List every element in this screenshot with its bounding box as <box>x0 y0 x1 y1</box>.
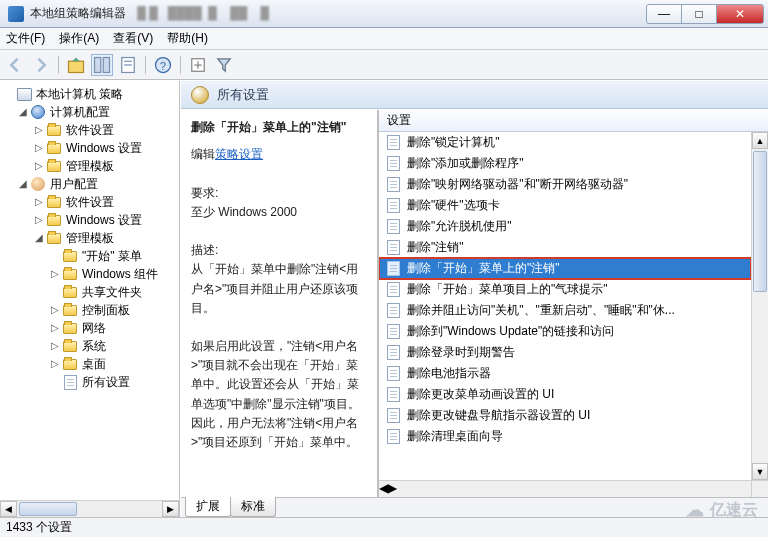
tree-hscrollbar[interactable]: ◀ ▶ <box>0 500 179 517</box>
list-item[interactable]: 删除「开始」菜单项目上的"气球提示" <box>379 279 751 300</box>
minimize-button[interactable]: — <box>646 4 682 24</box>
expand-icon[interactable]: ▷ <box>32 193 46 211</box>
collapse-icon[interactable]: ◢ <box>16 175 30 193</box>
expand-icon[interactable]: ▷ <box>32 139 46 157</box>
tree-item[interactable]: ▷管理模板 <box>0 157 179 175</box>
policy-icon <box>385 240 401 256</box>
list-item-label: 删除「开始」菜单上的"注销" <box>407 260 560 277</box>
list-item[interactable]: 删除登录时到期警告 <box>379 342 751 363</box>
scroll-left-icon[interactable]: ◀ <box>0 501 17 517</box>
tree-item[interactable]: ◢管理模板 <box>0 229 179 247</box>
tree-panel: 本地计算机 策略 ◢计算机配置 ▷软件设置 ▷Windows 设置 ▷管理模板 … <box>0 81 180 517</box>
list-item[interactable]: 删除"映射网络驱动器"和"断开网络驱动器" <box>379 174 751 195</box>
menu-help[interactable]: 帮助(H) <box>167 30 208 47</box>
policy-icon <box>385 135 401 151</box>
tree-item[interactable]: ▷桌面 <box>0 355 179 373</box>
list-item-label: 删除"注销" <box>407 239 464 256</box>
list-item-label: 删除"硬件"选项卡 <box>407 197 500 214</box>
desc-label: 描述: <box>191 241 367 260</box>
list-vscrollbar[interactable]: ▲ ▼ <box>751 132 768 480</box>
help-button[interactable]: ? <box>152 54 174 76</box>
tree-item[interactable]: ▷Windows 设置 <box>0 139 179 157</box>
list-item[interactable]: 删除到"Windows Update"的链接和访问 <box>379 321 751 342</box>
list-item[interactable]: 删除并阻止访问"关机"、"重新启动"、"睡眠"和"休... <box>379 300 751 321</box>
tree-item[interactable]: ▷控制面板 <box>0 301 179 319</box>
client-area: 本地计算机 策略 ◢计算机配置 ▷软件设置 ▷Windows 设置 ▷管理模板 … <box>0 80 768 517</box>
up-button[interactable] <box>65 54 87 76</box>
svg-text:?: ? <box>160 60 166 72</box>
window-title: 本地组策略编辑器 █ █ ████ █ ██ █ <box>30 5 647 22</box>
tab-standard[interactable]: 标准 <box>230 497 276 517</box>
collapse-icon[interactable]: ◢ <box>16 103 30 121</box>
list-item-label: 删除电池指示器 <box>407 365 491 382</box>
forward-button[interactable] <box>30 54 52 76</box>
tab-extended[interactable]: 扩展 <box>185 497 231 517</box>
toolbar: ? <box>0 50 768 80</box>
scroll-down-icon[interactable]: ▼ <box>752 463 768 480</box>
back-button[interactable] <box>4 54 26 76</box>
menu-view[interactable]: 查看(V) <box>113 30 153 47</box>
list-item[interactable]: 删除清理桌面向导 <box>379 426 751 447</box>
view-detail-button[interactable] <box>91 54 113 76</box>
tree-computer-config[interactable]: ◢计算机配置 <box>0 103 179 121</box>
policy-icon <box>385 219 401 235</box>
scroll-thumb[interactable] <box>19 502 77 516</box>
filter-button[interactable] <box>213 54 235 76</box>
right-header-title: 所有设置 <box>217 86 269 104</box>
tree-item[interactable]: "开始" 菜单 <box>0 247 179 265</box>
tree-item[interactable]: ▷软件设置 <box>0 193 179 211</box>
properties-button[interactable] <box>117 54 139 76</box>
list-item[interactable]: 删除「开始」菜单上的"注销" <box>379 258 751 279</box>
menu-action[interactable]: 操作(A) <box>59 30 99 47</box>
maximize-button[interactable]: □ <box>681 4 717 24</box>
edit-policy-link[interactable]: 策略设置 <box>215 147 263 161</box>
expand-icon[interactable]: ▷ <box>32 121 46 139</box>
scroll-up-icon[interactable]: ▲ <box>752 132 768 149</box>
expand-icon[interactable]: ▷ <box>48 319 62 337</box>
tree-item[interactable]: ▷系统 <box>0 337 179 355</box>
list-column-header[interactable]: 设置 <box>379 110 768 132</box>
tree-item[interactable]: ▷网络 <box>0 319 179 337</box>
tree-item[interactable]: 共享文件夹 <box>0 283 179 301</box>
tree-item[interactable]: ▷Windows 组件 <box>0 265 179 283</box>
req-value: 至少 Windows 2000 <box>191 203 367 222</box>
settings-list[interactable]: 删除"锁定计算机"删除"添加或删除程序"删除"映射网络驱动器"和"断开网络驱动器… <box>379 132 751 480</box>
menu-file[interactable]: 文件(F) <box>6 30 45 47</box>
list-item[interactable]: 删除更改菜单动画设置的 UI <box>379 384 751 405</box>
list-item[interactable]: 删除"添加或删除程序" <box>379 153 751 174</box>
tree-user-config[interactable]: ◢用户配置 <box>0 175 179 193</box>
tree-view[interactable]: 本地计算机 策略 ◢计算机配置 ▷软件设置 ▷Windows 设置 ▷管理模板 … <box>0 85 179 500</box>
expand-icon[interactable]: ▷ <box>32 211 46 229</box>
expand-icon[interactable]: ▷ <box>48 265 62 283</box>
scroll-right-icon[interactable]: ▶ <box>162 501 179 517</box>
status-text: 1433 个设置 <box>6 519 72 536</box>
collapse-icon[interactable]: ◢ <box>32 229 46 247</box>
list-hscrollbar[interactable]: ◀ ▶ <box>379 480 751 497</box>
tree-item[interactable]: ▷Windows 设置 <box>0 211 179 229</box>
list-item[interactable]: 删除"注销" <box>379 237 751 258</box>
desc-p2: 如果启用此设置，"注销<用户名>"项目就不会出现在「开始」菜单中。此设置还会从「… <box>191 337 367 452</box>
policy-icon <box>385 177 401 193</box>
list-item[interactable]: 删除更改键盘导航指示器设置的 UI <box>379 405 751 426</box>
list-item[interactable]: 删除电池指示器 <box>379 363 751 384</box>
expand-icon[interactable]: ▷ <box>48 355 62 373</box>
tree-root[interactable]: 本地计算机 策略 <box>0 85 179 103</box>
expand-icon[interactable]: ▷ <box>48 301 62 319</box>
tree-all-settings[interactable]: 所有设置 <box>0 373 179 391</box>
svg-rect-2 <box>103 57 109 72</box>
scroll-right-icon[interactable]: ▶ <box>388 481 397 497</box>
policy-icon <box>385 198 401 214</box>
export-button[interactable] <box>187 54 209 76</box>
scroll-left-icon[interactable]: ◀ <box>379 481 388 497</box>
scroll-thumb[interactable] <box>753 151 767 292</box>
watermark-text: 亿速云 <box>710 500 758 521</box>
list-item[interactable]: 删除"锁定计算机" <box>379 132 751 153</box>
policy-title: 删除「开始」菜单上的"注销" <box>191 118 367 137</box>
list-item[interactable]: 删除"允许脱机使用" <box>379 216 751 237</box>
tree-item[interactable]: ▷软件设置 <box>0 121 179 139</box>
settings-icon <box>191 86 209 104</box>
list-item[interactable]: 删除"硬件"选项卡 <box>379 195 751 216</box>
expand-icon[interactable]: ▷ <box>32 157 46 175</box>
close-button[interactable]: ✕ <box>716 4 764 24</box>
expand-icon[interactable]: ▷ <box>48 337 62 355</box>
